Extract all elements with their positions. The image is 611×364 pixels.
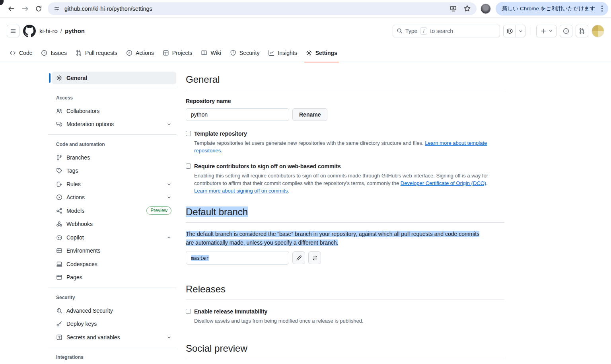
divider <box>186 359 504 359</box>
repository-name-input[interactable] <box>186 108 289 121</box>
install-app-icon[interactable] <box>449 5 457 12</box>
sidebar-item-collaborators[interactable]: Collaborators <box>48 104 176 118</box>
sidebar-item-models[interactable]: Models Preview <box>48 204 176 218</box>
plus-icon <box>540 28 547 34</box>
header-divider <box>531 27 531 35</box>
social-preview-section: Social preview <box>186 342 504 359</box>
tab-label: Insights <box>278 50 297 56</box>
releases-title: Releases <box>186 283 504 295</box>
search-placeholder-post: to search <box>430 28 453 34</box>
sidebar-item-codespaces[interactable]: Codespaces <box>48 257 176 271</box>
sidebar-item-label: Webhooks <box>66 221 93 227</box>
section-title: Integrations <box>48 351 176 364</box>
breadcrumb-repo[interactable]: python <box>65 27 85 34</box>
tab-settings[interactable]: Settings <box>302 44 342 62</box>
tab-actions[interactable]: Actions <box>122 44 158 62</box>
sidebar-item-webhooks[interactable]: Webhooks <box>48 218 176 231</box>
play-icon <box>126 50 132 56</box>
global-search-input[interactable]: Type / to search <box>393 25 500 37</box>
your-issues-button[interactable] <box>560 25 572 37</box>
release-immutability-checkbox[interactable] <box>186 309 191 314</box>
chrome-update-button[interactable]: 新しい Chrome をご利用いただけます <box>496 2 608 16</box>
browser-menu-icon[interactable] <box>599 4 605 13</box>
rename-branch-button[interactable] <box>292 251 305 264</box>
github-logo[interactable] <box>23 25 36 37</box>
releases-section: Releases Enable release immutability Dis… <box>186 283 504 325</box>
switch-branch-button[interactable] <box>308 251 321 264</box>
sidebar-item-label: Rules <box>66 181 81 187</box>
tab-label: Issues <box>51 50 66 56</box>
tab-issues[interactable]: Issues <box>37 44 71 62</box>
create-new-button[interactable] <box>536 25 557 37</box>
rename-button[interactable]: Rename <box>292 108 327 121</box>
rule-icon <box>56 181 62 187</box>
desc-text: . <box>288 188 289 194</box>
code-icon <box>10 50 16 56</box>
play-icon <box>56 194 62 200</box>
sidebar-item-actions[interactable]: Actions <box>48 191 176 204</box>
repo-nav: Code Issues Pull requests Actions Projec… <box>0 44 611 62</box>
chrome-update-label: 新しい Chrome をご利用いただけます <box>502 5 595 12</box>
sidebar-item-label: Secrets and variables <box>66 334 120 341</box>
window-corner <box>0 0 4 5</box>
gear-icon <box>56 75 62 81</box>
your-pull-requests-button[interactable] <box>576 25 588 37</box>
sidebar-item-rules[interactable]: Rules <box>48 177 176 191</box>
chevron-down-icon <box>167 235 171 240</box>
search-icon <box>397 28 403 34</box>
sign-off-checkbox[interactable] <box>186 164 191 169</box>
browser-profile-avatar[interactable] <box>481 4 491 14</box>
browser-window-icon <box>56 274 62 280</box>
sidebar-item-pages[interactable]: Pages <box>48 271 176 284</box>
hamburger-icon <box>10 28 16 34</box>
tab-insights[interactable]: Insights <box>264 44 301 62</box>
repository-name-label: Repository name <box>186 97 504 105</box>
browser-reload-button[interactable] <box>32 2 45 16</box>
tab-code[interactable]: Code <box>5 44 37 62</box>
url-text[interactable]: github.com/ki-hi-ro/python/settings <box>64 6 446 12</box>
template-repository-setting: Template repository Template repositorie… <box>186 130 504 154</box>
sidebar-item-moderation-options[interactable]: Moderation options <box>48 118 176 131</box>
user-avatar[interactable] <box>592 25 604 37</box>
default-branch-field[interactable]: master <box>186 251 289 265</box>
tab-projects[interactable]: Projects <box>158 44 197 62</box>
copilot-menu-button[interactable] <box>516 25 525 37</box>
reload-icon <box>35 5 42 12</box>
sidebar-item-branches[interactable]: Branches <box>48 151 176 164</box>
tab-label: Actions <box>136 50 154 56</box>
section-title: Security <box>48 291 176 304</box>
settings-sidebar: General Access Collaborators Moderation … <box>48 72 176 364</box>
sidebar-item-label: Models <box>66 208 84 214</box>
copilot-chat-button[interactable] <box>504 25 516 37</box>
chevron-down-icon <box>167 182 171 187</box>
desc-text: . <box>486 180 488 186</box>
sign-off-commits-link[interactable]: Learn more about signing off on commits <box>194 188 288 194</box>
sidebar-item-copilot[interactable]: Copilot <box>48 231 176 244</box>
sidebar-item-environments[interactable]: Environments <box>48 244 176 258</box>
issue-opened-icon <box>563 28 569 34</box>
back-arrow-icon <box>8 5 15 12</box>
bookmark-star-icon[interactable] <box>463 5 471 12</box>
dco-link[interactable]: Developer Certificate of Origin (DCO) <box>401 180 486 186</box>
people-icon <box>56 108 62 114</box>
sidebar-item-advanced-security[interactable]: Advanced Security <box>48 304 176 317</box>
sidebar-item-tags[interactable]: Tags <box>48 164 176 178</box>
sidebar-item-general[interactable]: General <box>52 72 176 84</box>
tab-wiki[interactable]: Wiki <box>197 44 225 62</box>
tab-pull-requests[interactable]: Pull requests <box>71 44 122 62</box>
sidebar-item-label: Moderation options <box>66 121 114 127</box>
selected-text: The default branch is considered the “ba… <box>186 231 479 246</box>
sidebar-item-label: Deploy keys <box>66 321 97 327</box>
sidebar-item-deploy-keys[interactable]: Deploy keys <box>48 317 176 331</box>
url-bar[interactable]: github.com/ki-hi-ro/python/settings <box>48 2 477 15</box>
browser-forward-button[interactable] <box>18 2 32 16</box>
sidebar-item-secrets-variables[interactable]: Secrets and variables <box>48 331 176 344</box>
browser-back-button[interactable] <box>5 2 18 16</box>
tab-security[interactable]: Security <box>226 44 264 62</box>
global-menu-button[interactable] <box>7 25 19 37</box>
template-repository-checkbox[interactable] <box>186 131 191 136</box>
sidebar-item-label: Pages <box>66 274 82 280</box>
default-branch-value: master <box>191 255 209 261</box>
breadcrumb-owner[interactable]: ki-hi-ro <box>39 27 58 34</box>
site-settings-icon[interactable] <box>53 5 60 12</box>
